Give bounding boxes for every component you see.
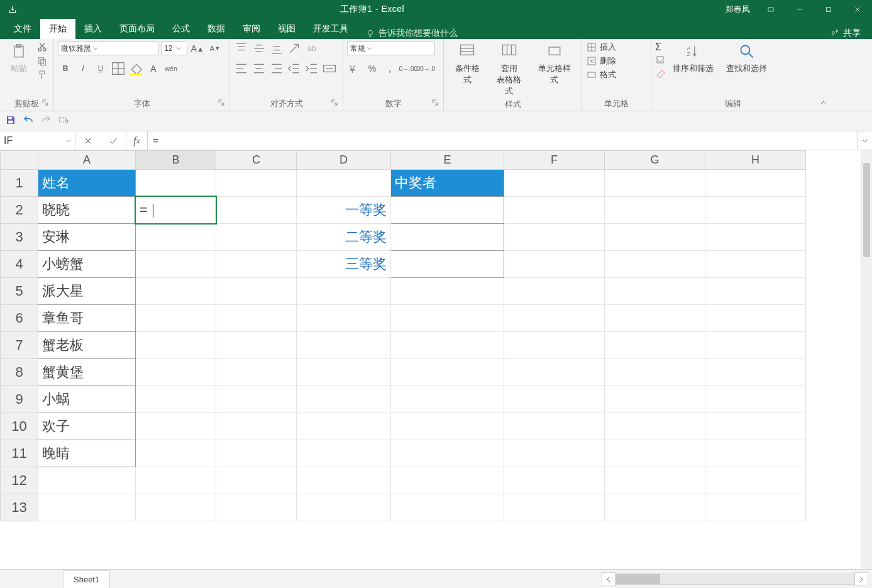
- cell[interactable]: [605, 332, 705, 359]
- tab-file[interactable]: 文件: [5, 19, 40, 39]
- formula-input[interactable]: =: [148, 131, 857, 150]
- cell[interactable]: [297, 467, 391, 494]
- cell[interactable]: [605, 413, 705, 440]
- cell[interactable]: [504, 413, 605, 440]
- cell[interactable]: [136, 170, 216, 197]
- close-icon[interactable]: [843, 0, 872, 19]
- cell[interactable]: [216, 278, 297, 305]
- cell-styles-button[interactable]: 单元格样式: [531, 42, 578, 87]
- cell[interactable]: [504, 278, 605, 305]
- cell[interactable]: [136, 494, 216, 521]
- cell[interactable]: 一等奖: [297, 197, 391, 224]
- cell[interactable]: [705, 224, 806, 251]
- cell[interactable]: [297, 359, 391, 386]
- cell[interactable]: [605, 467, 705, 494]
- cell[interactable]: [216, 251, 297, 278]
- align-left-icon[interactable]: [234, 62, 249, 75]
- cell[interactable]: [216, 467, 297, 494]
- cell[interactable]: 晚晴: [38, 440, 136, 467]
- font-size-select[interactable]: 12: [161, 42, 187, 55]
- cell[interactable]: [216, 332, 297, 359]
- borders-icon[interactable]: [111, 62, 126, 75]
- cell[interactable]: [391, 197, 504, 224]
- cell[interactable]: 中奖者: [391, 170, 504, 197]
- cell[interactable]: [297, 332, 391, 359]
- grid-table[interactable]: ABCDEFGH1姓名中奖者2晓晓=一等奖3安琳二等奖4小螃蟹三等奖5派大星6章…: [0, 150, 806, 521]
- align-right-icon[interactable]: [269, 62, 284, 75]
- cell[interactable]: =: [136, 197, 216, 224]
- orientation-icon[interactable]: [287, 42, 302, 55]
- format-as-table-button[interactable]: 套用 表格格式: [489, 42, 528, 98]
- cell[interactable]: [605, 440, 705, 467]
- cell[interactable]: 三等奖: [297, 251, 391, 278]
- cell[interactable]: 小螃蟹: [38, 251, 136, 278]
- cell[interactable]: [705, 440, 806, 467]
- cell[interactable]: [391, 494, 504, 521]
- bold-button[interactable]: B: [58, 62, 73, 75]
- cell[interactable]: [504, 251, 605, 278]
- font-color-icon[interactable]: A: [146, 62, 161, 75]
- cell[interactable]: [605, 224, 705, 251]
- increase-indent-icon[interactable]: [304, 62, 319, 75]
- scrollbar-thumb[interactable]: [863, 163, 870, 257]
- cell[interactable]: [38, 467, 136, 494]
- column-header[interactable]: B: [136, 151, 216, 170]
- scroll-right-icon[interactable]: [854, 572, 868, 586]
- cell[interactable]: [705, 170, 806, 197]
- minimize-icon[interactable]: [785, 0, 814, 19]
- maximize-icon[interactable]: [814, 0, 843, 19]
- cell[interactable]: [136, 332, 216, 359]
- decrease-indent-icon[interactable]: [287, 62, 302, 75]
- row-header[interactable]: 11: [1, 440, 38, 467]
- row-header[interactable]: 8: [1, 359, 38, 386]
- cell[interactable]: [605, 170, 705, 197]
- cell[interactable]: [136, 278, 216, 305]
- cell[interactable]: [504, 386, 605, 413]
- cell[interactable]: 欢子: [38, 413, 136, 440]
- row-header[interactable]: 4: [1, 251, 38, 278]
- cell[interactable]: [504, 170, 605, 197]
- cell[interactable]: [297, 170, 391, 197]
- cell[interactable]: [216, 170, 297, 197]
- tab-review[interactable]: 审阅: [234, 19, 269, 39]
- paste-button[interactable]: 粘贴: [4, 42, 34, 75]
- cell[interactable]: [605, 278, 705, 305]
- cell[interactable]: [705, 467, 806, 494]
- cell[interactable]: [297, 440, 391, 467]
- cell[interactable]: [391, 305, 504, 332]
- percent-icon[interactable]: %: [365, 62, 380, 75]
- tab-formulas[interactable]: 公式: [163, 19, 199, 39]
- align-bottom-icon[interactable]: [269, 42, 284, 55]
- cell[interactable]: [216, 413, 297, 440]
- row-header[interactable]: 2: [1, 197, 38, 224]
- copy-icon[interactable]: [36, 55, 48, 67]
- tab-data[interactable]: 数据: [199, 19, 234, 39]
- cell[interactable]: [504, 359, 605, 386]
- cell[interactable]: [136, 413, 216, 440]
- cell[interactable]: [705, 251, 806, 278]
- tell-me[interactable]: 告诉我你想要做什么: [357, 28, 458, 39]
- cell[interactable]: [705, 305, 806, 332]
- expand-formula-bar-icon[interactable]: [857, 131, 872, 150]
- cell[interactable]: [216, 386, 297, 413]
- cell[interactable]: [605, 251, 705, 278]
- cell[interactable]: [297, 386, 391, 413]
- cell[interactable]: 小蜗: [38, 386, 136, 413]
- row-header[interactable]: 7: [1, 332, 38, 359]
- cell[interactable]: 二等奖: [297, 224, 391, 251]
- tab-developer[interactable]: 开发工具: [304, 19, 357, 39]
- cell[interactable]: [391, 440, 504, 467]
- cell[interactable]: [136, 251, 216, 278]
- column-header[interactable]: G: [605, 151, 705, 170]
- row-header[interactable]: 3: [1, 224, 38, 251]
- chevron-down-icon[interactable]: [66, 138, 71, 143]
- dialog-launcher-icon[interactable]: [42, 99, 48, 106]
- cell[interactable]: [605, 305, 705, 332]
- cell[interactable]: [391, 467, 504, 494]
- row-header[interactable]: 5: [1, 278, 38, 305]
- cell[interactable]: [705, 359, 806, 386]
- clear-button[interactable]: [655, 68, 665, 78]
- cell[interactable]: [136, 359, 216, 386]
- wrap-text-icon[interactable]: ab: [304, 42, 319, 55]
- dialog-launcher-icon[interactable]: [331, 99, 338, 106]
